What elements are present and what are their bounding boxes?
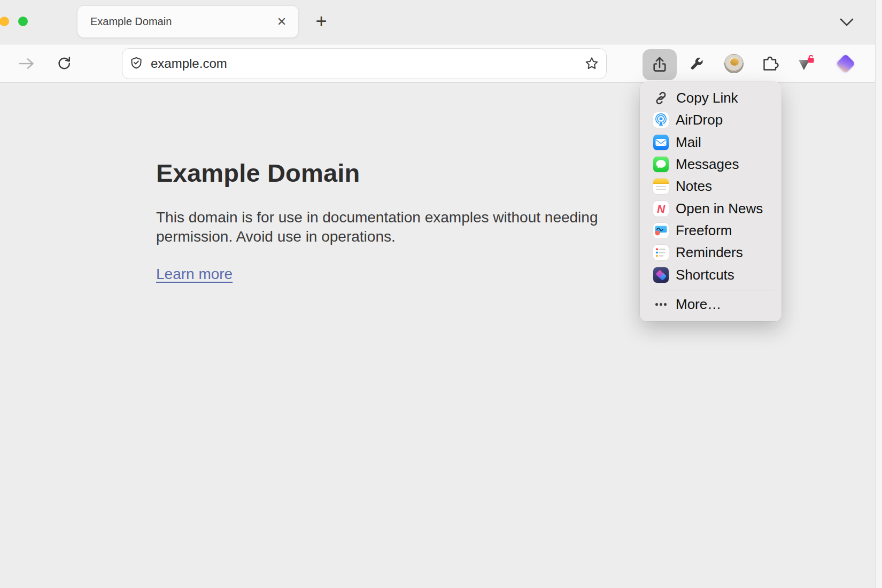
settings-button[interactable]: [685, 44, 707, 82]
share-menu-item-shortcuts[interactable]: Shortcuts: [640, 264, 782, 285]
shortcuts-icon: [653, 267, 669, 283]
plus-icon: +: [315, 10, 327, 33]
forward-arrow-icon: [18, 55, 36, 73]
reminders-icon: [653, 245, 669, 260]
navigation-toolbar: example.com: [0, 44, 875, 83]
extension-a-button[interactable]: [795, 44, 817, 82]
notes-icon: [653, 179, 669, 194]
share-menu-item-open-in-news[interactable]: N Open in News: [640, 197, 782, 219]
profile-button[interactable]: [723, 44, 745, 82]
chevron-down-icon: [839, 18, 854, 27]
share-icon: [650, 55, 669, 74]
ellipsis-icon: [653, 303, 669, 306]
page-content: Example Domain This domain is for use in…: [156, 158, 637, 283]
close-icon: ✕: [277, 15, 287, 29]
extension-b-button[interactable]: [835, 44, 856, 82]
address-bar[interactable]: example.com: [122, 48, 607, 79]
puzzle-icon: [761, 55, 779, 73]
new-tab-button[interactable]: +: [311, 11, 331, 32]
share-button[interactable]: [643, 49, 677, 80]
page-paragraph: This domain is for use in documentation …: [156, 208, 637, 246]
share-menu-item-notes[interactable]: Notes: [640, 175, 782, 197]
extensions-button[interactable]: [759, 44, 780, 82]
tab-strip: Example Domain ✕ +: [0, 0, 875, 44]
share-menu-item-airdrop[interactable]: AirDrop: [640, 109, 782, 131]
share-menu-item-freeform[interactable]: Freeform: [640, 220, 782, 242]
page-heading: Example Domain: [156, 158, 637, 188]
traffic-light-zoom[interactable]: [18, 17, 28, 26]
menu-divider: [653, 290, 774, 290]
tab-example-domain[interactable]: Example Domain ✕: [77, 5, 299, 38]
svg-text:N: N: [657, 202, 666, 214]
share-menu-item-more[interactable]: More…: [640, 293, 782, 315]
traffic-light-minimize[interactable]: [0, 17, 9, 26]
forward-button[interactable]: [16, 44, 37, 82]
reload-icon: [56, 55, 73, 72]
messages-icon: [653, 157, 669, 172]
tab-overview-button[interactable]: [837, 16, 856, 29]
screenshot-canvas: Example Domain ✕ +: [0, 0, 882, 588]
bookmark-star-icon[interactable]: [584, 56, 600, 72]
share-menu-item-messages[interactable]: Messages: [640, 153, 782, 175]
tab-title: Example Domain: [90, 16, 274, 28]
share-menu-item-copy-link[interactable]: Copy Link: [640, 87, 782, 109]
purple-diamond-icon: [836, 53, 856, 73]
share-menu: Copy Link AirDrop: [640, 82, 782, 321]
share-menu-item-mail[interactable]: Mail: [640, 131, 782, 153]
airdrop-icon: [653, 112, 669, 128]
news-icon: N: [653, 201, 669, 216]
mail-icon: [653, 135, 669, 150]
freeform-icon: [653, 223, 669, 238]
share-menu-item-reminders[interactable]: Reminders: [640, 242, 782, 264]
profile-avatar: [724, 54, 744, 73]
window-edge: [875, 0, 882, 588]
copy-link-icon: [653, 90, 669, 106]
learn-more-link[interactable]: Learn more: [156, 266, 233, 283]
wrench-icon: [687, 55, 705, 72]
triangle-lock-icon: [796, 55, 816, 72]
browser-window: Example Domain ✕ +: [0, 0, 875, 588]
tab-close-button[interactable]: ✕: [274, 14, 290, 30]
url-text: example.com: [151, 56, 584, 71]
reload-button[interactable]: [53, 44, 75, 82]
site-shield-icon[interactable]: [129, 56, 144, 71]
